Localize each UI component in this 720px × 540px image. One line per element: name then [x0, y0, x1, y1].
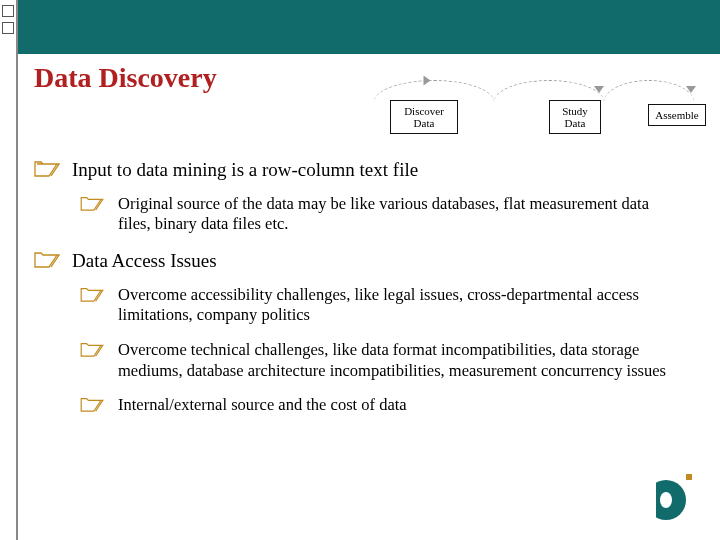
- folder-icon: [34, 158, 62, 178]
- bullet-text: Internal/external source and the cost of…: [118, 395, 690, 416]
- folder-icon: [34, 249, 62, 269]
- folder-icon: [80, 194, 108, 214]
- bullet-text: Overcome technical challenges, like data…: [118, 340, 690, 381]
- bullet-level1: Input to data mining is a row-column tex…: [34, 158, 690, 182]
- diagram-arrow-icon: [686, 86, 696, 93]
- slide: Data Discovery Discover Data Study Data …: [0, 0, 720, 540]
- logo-d-cut: [636, 480, 656, 520]
- bullet-text: Input to data mining is a row-column tex…: [72, 158, 690, 182]
- diagram-arrow-icon: [594, 86, 604, 93]
- diagram-box-label: Data: [556, 117, 594, 129]
- diagram-box-discover: Discover Data: [390, 100, 458, 134]
- diagram-box-label: Assemble: [655, 109, 699, 121]
- corner-logo: [646, 474, 692, 520]
- sidebar-box: [2, 5, 14, 17]
- bullet-text: Overcome accessibility challenges, like …: [118, 285, 690, 326]
- slide-title: Data Discovery: [34, 62, 217, 94]
- diagram-arc: [374, 80, 494, 102]
- diagram-arc: [494, 80, 604, 102]
- diagram-box-label: Study: [556, 105, 594, 117]
- bullet-level2: Overcome accessibility challenges, like …: [80, 285, 690, 326]
- diagram-box-study: Study Data: [549, 100, 601, 134]
- process-diagram: Discover Data Study Data Assemble: [364, 80, 704, 150]
- diagram-box-assemble: Assemble: [648, 104, 706, 126]
- logo-d-hole: [660, 492, 672, 508]
- diagram-box-label: Discover: [397, 105, 451, 117]
- folder-icon: [80, 395, 108, 415]
- sidebar: [0, 0, 18, 540]
- bullet-level2: Internal/external source and the cost of…: [80, 395, 690, 416]
- folder-icon: [80, 340, 108, 360]
- bullet-text: Data Access Issues: [72, 249, 690, 273]
- diagram-arrow-icon: [424, 76, 431, 86]
- logo-dot-icon: [686, 474, 692, 480]
- bullet-level1: Data Access Issues: [34, 249, 690, 273]
- diagram-arc: [604, 80, 694, 102]
- diagram-box-label: Data: [397, 117, 451, 129]
- sidebar-box: [2, 22, 14, 34]
- bullet-level2: Original source of the data may be like …: [80, 194, 690, 235]
- top-bar: [0, 0, 720, 54]
- folder-icon: [80, 285, 108, 305]
- bullet-level2: Overcome technical challenges, like data…: [80, 340, 690, 381]
- bullet-text: Original source of the data may be like …: [118, 194, 690, 235]
- content-area: Input to data mining is a row-column tex…: [34, 158, 690, 480]
